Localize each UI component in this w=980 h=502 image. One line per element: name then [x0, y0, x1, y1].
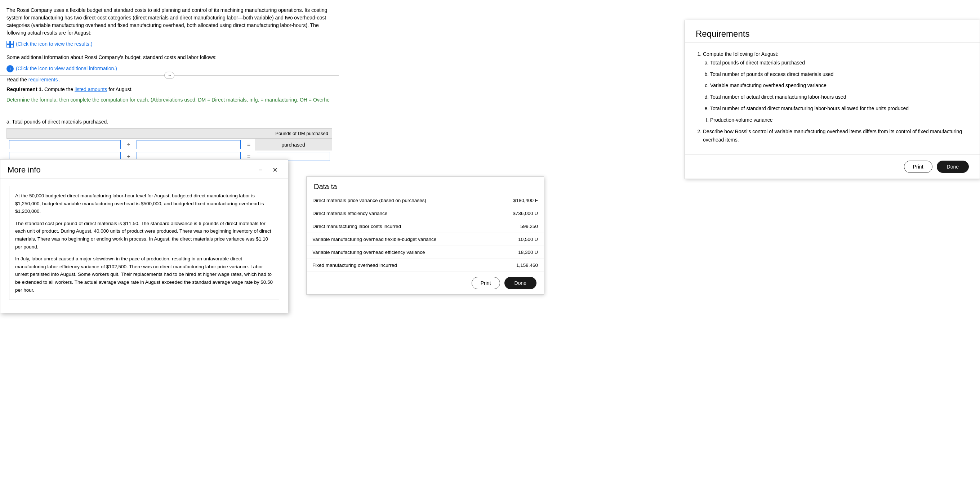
modal-minimize-button[interactable]: −	[255, 166, 265, 175]
table-row-dm-price: Direct materials price variance (based o…	[307, 194, 544, 207]
data-table-panel: Data ta Direct materials price variance …	[306, 176, 544, 295]
modal-paragraph-2: The standard cost per pound of direct ma…	[15, 220, 273, 251]
done-button[interactable]: Done	[937, 160, 969, 173]
req-panel-item-2: Describe how Rossi's control of variable…	[703, 127, 969, 145]
req1-title-row: Requirement 1. Compute the listed amount…	[6, 86, 332, 93]
result-text-purchased: purchased	[282, 142, 305, 148]
req1-instruction: Compute the	[44, 86, 73, 92]
svg-rect-2	[7, 45, 10, 48]
more-info-modal: More info − ✕ At the 50,000 budgeted dir…	[0, 159, 288, 313]
modal-controls: − ✕	[255, 165, 281, 175]
divider-line: ···	[0, 75, 339, 76]
data-table: Direct materials price variance (based o…	[307, 194, 544, 272]
data-table-title: Data ta	[314, 183, 337, 191]
fmoh-incurred-label: Fixed manufacturing overhead incurred	[307, 259, 473, 272]
vmoh-flexible-label: Variable manufacturing overhead flexible…	[307, 233, 473, 246]
vmoh-flexible-value: 10,500 U	[473, 233, 544, 246]
req-panel-sub-a: Total pounds of direct materials purchas…	[710, 59, 969, 67]
print-button[interactable]: Print	[904, 160, 932, 173]
svg-rect-1	[11, 41, 13, 44]
req-panel-item-1-text: Compute the following for August:	[703, 51, 778, 57]
req-panel-sub-e: Total number of standard direct manufact…	[710, 105, 969, 113]
svg-rect-0	[7, 41, 10, 44]
req-panel-sub-c: Variable manufacturing overhead spending…	[710, 81, 969, 90]
table-row-vmoh-flexible: Variable manufacturing overhead flexible…	[307, 233, 544, 246]
modal-header: More info − ✕	[0, 159, 288, 179]
operator-1: ÷	[123, 139, 134, 151]
req-panel-sub-d: Total number of actual direct manufactur…	[710, 93, 969, 102]
modal-body: At the 50,000 budgeted direct manufactur…	[0, 179, 288, 313]
input-field-1b[interactable]	[137, 140, 241, 149]
divider-handle[interactable]: ···	[164, 71, 174, 79]
modal-paragraph-1: At the 50,000 budgeted direct manufactur…	[15, 192, 273, 215]
input-cell-1a[interactable]	[7, 139, 123, 151]
results-icon-link[interactable]: (Click the icon to view the results.)	[6, 40, 92, 48]
req-panel-header: Requirements	[685, 20, 980, 43]
table-row-dm-efficiency: Direct materials efficiency variance $73…	[307, 207, 544, 220]
vmoh-efficiency-value: 18,300 U	[473, 246, 544, 259]
data-table-header: Data ta	[307, 177, 544, 194]
data-table-footer: Print Done	[307, 272, 544, 294]
dm-price-value: $180,400 F	[473, 194, 544, 207]
icon-link-1-row: (Click the icon to view the results.)	[6, 40, 332, 50]
dml-costs-value: 599,250	[473, 220, 544, 233]
vmoh-efficiency-label: Variable manufacturing overhead efficien…	[307, 246, 473, 259]
input-cell-1b[interactable]	[134, 139, 243, 151]
req1-formula-note: Determine the formula, then complete the…	[6, 96, 332, 104]
dm-price-label: Direct materials price variance (based o…	[307, 194, 473, 207]
req-panel-title: Requirements	[696, 29, 749, 38]
dml-costs-label: Direct manufacturing labor costs incurre…	[307, 220, 473, 233]
dm-efficiency-value: $736,000 U	[473, 207, 544, 220]
input-row-1: ÷ = purchased	[7, 139, 332, 151]
table-row-fmoh-incurred: Fixed manufacturing overhead incurred 1,…	[307, 259, 544, 272]
data-table-done-button[interactable]: Done	[504, 277, 536, 289]
main-content: The Rossi Company uses a flexible budget…	[0, 0, 980, 502]
panel-divider: ···	[0, 70, 339, 81]
input-section: a. Total pounds of direct materials purc…	[0, 119, 339, 162]
input-field-1a[interactable]	[9, 140, 121, 149]
modal-title: More info	[8, 165, 41, 175]
table-row-dml-costs: Direct manufacturing labor costs incurre…	[307, 220, 544, 233]
equals-1: =	[243, 139, 255, 151]
table-row-vmoh-efficiency: Variable manufacturing overhead efficien…	[307, 246, 544, 259]
modal-close-button[interactable]: ✕	[269, 165, 281, 175]
req-panel-footer: Print Done	[685, 154, 980, 179]
req-panel-list: Compute the following for August: Total …	[696, 50, 969, 145]
requirement-1-section: Requirement 1. Compute the listed amount…	[0, 86, 339, 106]
additional-info-paragraph: Some additional information about Rossi …	[6, 54, 332, 61]
data-table-content: Direct materials price variance (based o…	[307, 194, 544, 272]
results-link-text[interactable]: (Click the icon to view the results.)	[16, 40, 92, 48]
req-panel-sub-b: Total number of pounds of excess direct …	[710, 70, 969, 79]
req-panel-item-1: Compute the following for August: Total …	[703, 50, 969, 125]
req1-instruction-end: for August.	[108, 86, 133, 92]
dm-efficiency-label: Direct materials efficiency variance	[307, 207, 473, 220]
req-panel-body: Compute the following for August: Total …	[685, 43, 980, 154]
req1-title: Requirement 1.	[6, 86, 43, 92]
fmoh-incurred-value: 1,158,460	[473, 259, 544, 272]
requirements-panel: Requirements Compute the following for A…	[684, 20, 980, 179]
modal-paragraph-3: In July, labor unrest caused a major slo…	[15, 255, 273, 294]
data-table-print-button[interactable]: Print	[472, 277, 500, 289]
input-table-a: Pounds of DM purchased ÷ = purchased	[6, 128, 332, 162]
result-label-1: purchased	[255, 139, 332, 151]
column-header: Pounds of DM purchased	[7, 129, 332, 139]
req-panel-sub-f: Production-volume variance	[710, 116, 969, 125]
intro-paragraph: The Rossi Company uses a flexible budget…	[6, 6, 332, 37]
sub-label-a: a. Total pounds of direct materials purc…	[6, 119, 332, 125]
grid-icon	[6, 41, 14, 48]
svg-rect-3	[11, 45, 13, 48]
req-panel-sub-list: Total pounds of direct materials purchas…	[703, 59, 969, 125]
listed-amounts-link[interactable]: listed amounts	[75, 86, 107, 92]
modal-info-box: At the 50,000 budgeted direct manufactur…	[9, 186, 279, 300]
